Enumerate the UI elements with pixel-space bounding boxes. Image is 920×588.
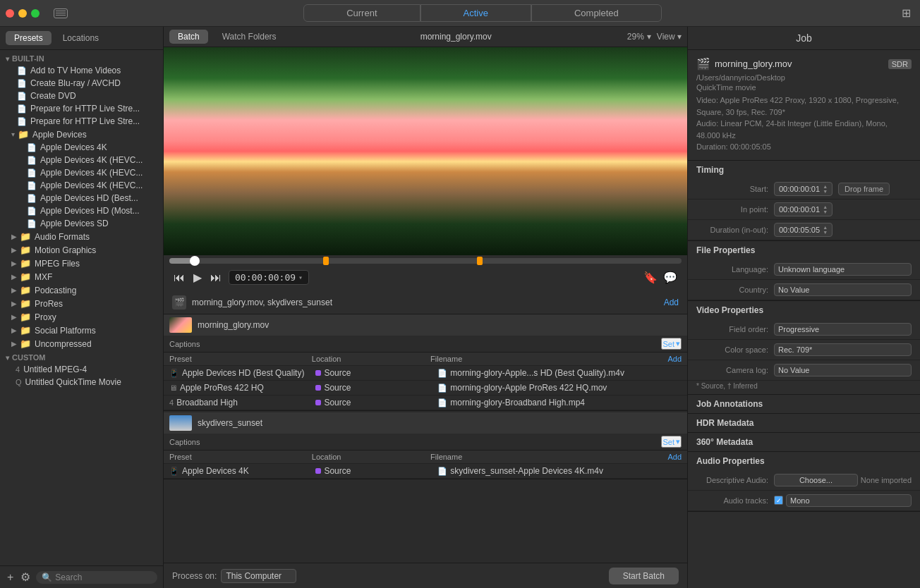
sidebar-item-bluray[interactable]: 📄 Create Blu-ray / AVCHD xyxy=(0,77,163,90)
timing-duration-value[interactable]: 00:00:05:05 ▲ ▼ xyxy=(774,223,833,237)
output-row-2-1[interactable]: 📱 Apple Devices 4K Source 📄 skydivers_su… xyxy=(164,464,687,479)
process-select[interactable]: This Computer xyxy=(221,569,296,583)
sidebar-group-podcasting[interactable]: ▶ 📁 Podcasting xyxy=(0,283,163,297)
preview-view-button[interactable]: View ▾ xyxy=(657,32,682,42)
timing-arrows: ▲ ▼ xyxy=(823,225,828,235)
field-order-value: Progressive xyxy=(774,323,912,336)
tab-completed[interactable]: Completed xyxy=(531,4,662,22)
video-frame xyxy=(164,47,687,255)
output-row-1-2[interactable]: 🖥 Apple ProRes 422 HQ Source 📄 morning-g… xyxy=(164,381,687,396)
set-button-1[interactable]: Set ▾ xyxy=(661,338,682,350)
sidebar-group-proxy[interactable]: ▶ 📁 Proxy xyxy=(0,310,163,324)
sidebar-group-prores[interactable]: ▶ 📁 ProRes xyxy=(0,297,163,310)
preview-zoom[interactable]: 29% ▾ xyxy=(627,32,651,42)
group-arrow-icon: ▶ xyxy=(11,300,17,307)
bookmark-button[interactable]: 🔖 xyxy=(642,269,659,286)
sidebar-group-apple-devices[interactable]: ▾ 📁 Apple Devices xyxy=(0,128,163,141)
job-annotations-header[interactable]: Job Annotations xyxy=(688,395,920,413)
360-metadata-header[interactable]: 360° Metadata xyxy=(688,433,920,451)
video-properties-header[interactable]: Video Properties xyxy=(688,301,920,319)
audio-tracks-select[interactable]: Mono xyxy=(786,494,912,507)
sidebar-group-mxf[interactable]: ▶ 📁 MXF xyxy=(0,270,163,283)
watch-folders-button[interactable]: Watch Folders xyxy=(214,30,285,44)
sidebar-item-apple4k[interactable]: 📄 Apple Devices 4K xyxy=(0,141,163,154)
tab-active[interactable]: Active xyxy=(420,4,531,22)
sidebar-item-quicktime[interactable]: Q Untitled QuickTime Movie xyxy=(0,376,163,388)
play-button[interactable]: ▶ xyxy=(192,269,203,286)
timeline-in-marker[interactable] xyxy=(323,257,329,265)
set-button-2[interactable]: Set ▾ xyxy=(661,436,682,448)
timecode-display[interactable]: 00:00:00:09 ▾ xyxy=(229,270,309,285)
file-header-2[interactable]: skydivers_sunset xyxy=(164,412,687,434)
choose-button[interactable]: Choose... xyxy=(774,474,858,486)
sidebar-group-motion[interactable]: ▶ 📁 Motion Graphics xyxy=(0,243,163,257)
timeline-bar[interactable] xyxy=(169,258,682,264)
sidebar-item-apple4k-hevc1[interactable]: 📄 Apple Devices 4K (HEVC... xyxy=(0,154,163,166)
sidebar-item-http1[interactable]: 📄 Prepare for HTTP Live Stre... xyxy=(0,102,163,115)
timeline-handle[interactable] xyxy=(190,256,200,266)
tab-current[interactable]: Current xyxy=(303,4,420,22)
country-label: Country: xyxy=(696,286,774,294)
sidebar-group-uncompressed[interactable]: ▶ 📁 Uncompressed xyxy=(0,337,163,350)
timing-inpoint-value[interactable]: 00:00:00:01 ▲ ▼ xyxy=(774,202,833,216)
timing-header[interactable]: Timing xyxy=(688,161,920,179)
sidebar-item-mpeg4[interactable]: 4 Untitled MPEG-4 xyxy=(0,363,163,376)
sidebar-tab-presets[interactable]: Presets xyxy=(6,31,52,45)
timing-start-row: Start: 00:00:00:01 ▲ ▼ Drop frame xyxy=(688,179,920,200)
output-row-1-3[interactable]: 4 Broadband High Source 📄 morning-glory-… xyxy=(164,396,687,410)
section-custom[interactable]: ▾ CUSTOM xyxy=(0,350,163,363)
color-space-select[interactable]: Rec. 709* xyxy=(774,343,912,356)
sidebar-item-applesd[interactable]: 📄 Apple Devices SD xyxy=(0,217,163,230)
sidebar-group-social[interactable]: ▶ 📁 Social Platforms xyxy=(0,324,163,337)
sidebar-item-http2[interactable]: 📄 Prepare for HTTP Live Stre... xyxy=(0,115,163,128)
timing-start-value[interactable]: 00:00:00:01 ▲ ▼ xyxy=(774,182,833,196)
audio-tracks-row: Audio tracks: Mono xyxy=(688,491,920,511)
sidebar-item-applehd-most[interactable]: 📄 Apple Devices HD (Most... xyxy=(0,204,163,217)
hdr-metadata-header[interactable]: HDR Metadata xyxy=(688,414,920,432)
file-icon: 📄 xyxy=(27,207,37,216)
sidebar-toggle-button[interactable] xyxy=(54,8,68,18)
built-in-arrow-icon: ▾ xyxy=(6,55,9,63)
file-header-1[interactable]: morning_glory.mov xyxy=(164,314,687,336)
timeline-out-marker[interactable] xyxy=(477,257,483,265)
sidebar-item-applehd-best[interactable]: 📄 Apple Devices HD (Best... xyxy=(0,192,163,204)
go-to-start-button[interactable]: ⏮ xyxy=(172,270,186,286)
audio-tracks-checkbox[interactable] xyxy=(774,496,783,505)
country-value: No Value xyxy=(774,283,912,296)
go-to-end-button[interactable]: ⏭ xyxy=(209,270,223,286)
sidebar-item-apple4k-hevc2[interactable]: 📄 Apple Devices 4K (HEVC... xyxy=(0,166,163,179)
start-batch-button[interactable]: Start Batch xyxy=(609,568,679,584)
output-add-button-2[interactable]: Add xyxy=(667,453,682,461)
drop-frame-button[interactable]: Drop frame xyxy=(838,183,890,195)
camera-log-select[interactable]: No Value xyxy=(774,364,912,376)
output-row-1-1[interactable]: 📱 Apple Devices HD (Best Quality) Source… xyxy=(164,366,687,381)
chevron-down-icon: ▾ xyxy=(647,32,651,42)
country-select[interactable]: No Value xyxy=(774,283,912,296)
file-icon: 📄 xyxy=(27,156,37,165)
folder-icon: 📁 xyxy=(20,338,31,349)
sidebar-tab-locations[interactable]: Locations xyxy=(54,31,107,45)
col-header-filename: Filename xyxy=(430,453,667,461)
titlebar: Current Active Completed ⊞ xyxy=(0,0,920,27)
settings-button[interactable]: ⚙ xyxy=(19,570,32,584)
file-properties-header[interactable]: File Properties xyxy=(688,241,920,259)
output-add-button-1[interactable]: Add xyxy=(667,355,682,363)
zoom-button[interactable] xyxy=(31,9,40,18)
search-input[interactable] xyxy=(55,572,152,582)
sidebar-item-apple4k-hevc3[interactable]: 📄 Apple Devices 4K (HEVC... xyxy=(0,179,163,192)
grid-view-icon[interactable]: ⊞ xyxy=(897,5,914,22)
field-order-select[interactable]: Progressive xyxy=(774,323,912,336)
sidebar-item-add-tv[interactable]: 📄 Add to TV Home Videos xyxy=(0,64,163,77)
sidebar-group-mpeg[interactable]: ▶ 📁 MPEG Files xyxy=(0,257,163,270)
close-button[interactable] xyxy=(6,9,14,18)
language-select[interactable]: Unknown language xyxy=(774,263,912,276)
add-preset-button[interactable]: + xyxy=(6,571,15,584)
audio-properties-header[interactable]: Audio Properties xyxy=(688,452,920,470)
batch-add-button[interactable]: Add xyxy=(664,298,679,307)
batch-button[interactable]: Batch xyxy=(169,30,208,44)
minimize-button[interactable] xyxy=(18,9,27,18)
sidebar-group-audio[interactable]: ▶ 📁 Audio Formats xyxy=(0,230,163,243)
sidebar-item-dvd[interactable]: 📄 Create DVD xyxy=(0,90,163,102)
annotation-button[interactable]: 💬 xyxy=(662,269,679,286)
section-built-in[interactable]: ▾ BUILT-IN xyxy=(0,53,163,64)
